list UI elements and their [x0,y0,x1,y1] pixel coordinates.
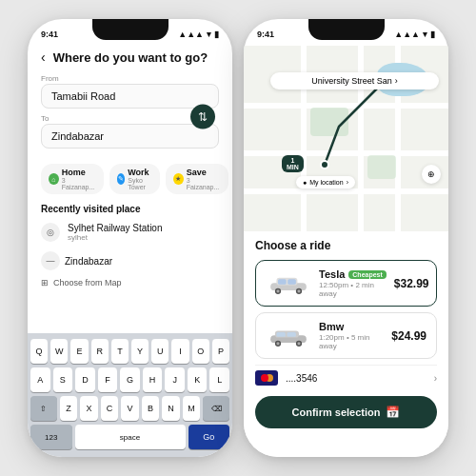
key-z[interactable]: Z [60,396,78,421]
recent-place-2-row[interactable]: — Zindabazar [28,248,232,274]
svg-point-7 [276,289,279,292]
confirm-selection-button[interactable]: Confirm selection 📅 [255,396,437,428]
location-chevron-icon: › [347,179,348,186]
home-sub: 3 Faizanap... [62,177,96,190]
nav-header-1: ‹ Where do you want to go? [28,46,232,69]
key-u[interactable]: U [151,339,169,364]
phone2-content: University Street San › 1MIN ● My locati… [244,46,448,457]
ride-tesla-price: $32.99 [394,277,429,290]
expand-button[interactable]: ⊕ [422,165,441,184]
status-time-1: 9:41 [41,30,58,39]
back-button-1[interactable]: ‹ [41,50,46,65]
recent-place-1[interactable]: ◎ Sylhet Railway Station sylhet [28,217,232,248]
key-d[interactable]: D [75,367,95,392]
key-a[interactable]: A [30,367,50,392]
home-name: Home [62,168,96,177]
key-n[interactable]: N [162,396,180,421]
key-h[interactable]: H [143,367,163,392]
wifi-icon-2: ▾ [423,30,427,39]
wifi-icon: ▾ [207,30,211,39]
calendar-icon: 📅 [386,406,400,419]
confirm-label: Confirm selection [292,407,381,418]
key-c[interactable]: C [101,396,119,421]
key-s[interactable]: S [53,367,73,392]
key-o[interactable]: O [192,339,209,364]
mastercard-icon [255,370,278,386]
phone-2: 9:41 ▲▲▲ ▾ ▮ [244,19,448,457]
swap-button[interactable]: ⇅ [190,105,215,129]
ride-panel-title: Choose a ride [255,239,437,252]
svg-rect-5 [288,279,296,285]
place-icon-1: ◎ [41,223,60,242]
quick-place-home[interactable]: ⌂ Home 3 Faizanap... [41,164,104,194]
ride-tesla-name: Tesla [319,268,345,280]
signal-icon-2: ▲▲▲ [394,30,420,39]
ride-bmw-price: $24.99 [391,329,426,343]
battery-icon: ▮ [214,30,219,39]
status-icons-1: ▲▲▲ ▾ ▮ [178,30,219,39]
key-m[interactable]: M [183,396,201,421]
key-e[interactable]: E [70,339,88,364]
svg-point-15 [276,342,279,345]
phone1-content: ‹ Where do you want to go? From Tamabii … [28,46,232,457]
key-f[interactable]: F [98,367,118,392]
card-number: ....3546 [286,373,434,384]
key-w[interactable]: W [50,339,68,364]
expand-icon: ⊕ [427,169,435,179]
key-q[interactable]: Q [30,339,48,364]
key-t[interactable]: T [111,339,129,364]
key-b[interactable]: B [142,396,160,421]
shift-key[interactable]: ⇧ [30,396,57,421]
phone-notch-2 [308,19,385,40]
home-icon: ⌂ [49,173,59,185]
svg-point-9 [297,289,300,292]
map-icon: ⊞ [41,278,49,288]
key-k[interactable]: K [188,367,208,392]
key-j[interactable]: J [165,367,185,392]
svg-rect-12 [276,332,285,337]
key-i[interactable]: I [171,339,188,364]
dest-arrow-icon: › [395,76,398,86]
map-area: University Street San › 1MIN ● My locati… [244,46,448,231]
destination-text: University Street San [311,76,392,86]
svg-rect-4 [278,279,287,285]
kb-row-4: 123 space Go [30,425,229,449]
choose-from-map[interactable]: ⊞ Choose from Map [28,274,232,291]
svg-point-17 [297,342,300,345]
location-label: My location [309,179,343,186]
place-sub-1: sylhet [68,233,163,242]
quick-place-work[interactable]: ✎ Work Syko Tower [109,164,160,194]
payment-row[interactable]: ....3546 › [255,365,437,390]
mc-left-circle [261,374,268,382]
key-x[interactable]: X [80,396,98,421]
ride-option-bmw[interactable]: Bmw 1:20pm • 5 min away $24.99 [255,312,437,359]
recent-section-title: Recently visited place [28,198,232,217]
car-tesla-icon [266,272,311,295]
key-p[interactable]: P [212,339,229,364]
status-time-2: 9:41 [257,30,274,39]
delete-key[interactable]: ⌫ [203,396,229,421]
go-key[interactable]: Go [188,425,230,449]
key-r[interactable]: R [91,339,109,364]
destination-pill[interactable]: University Street San › [270,72,439,89]
car-bmw-icon [266,325,311,347]
kb-row-1: Q W E R T Y U I O P [30,339,229,364]
ride-option-tesla[interactable]: Tesla Cheapest 12:50pm • 2 min away $32.… [255,260,437,307]
quick-places: ⌂ Home 3 Faizanap... ✎ Work Syko Tower ★ [28,160,232,198]
ride-bmw-info: Bmw 1:20pm • 5 min away [319,321,384,350]
location-dot-icon: ● [303,179,307,186]
key-v[interactable]: V [121,396,139,421]
keyboard: Q W E R T Y U I O P A S D F G H [28,333,232,457]
cheapest-badge: Cheapest [348,270,387,279]
space-key[interactable]: space [75,425,186,449]
quick-place-save[interactable]: ★ Save 3 Faizanap... [166,164,228,194]
key-g[interactable]: G [120,367,140,392]
work-icon: ✎ [117,173,126,185]
work-name: Work [128,168,152,177]
num-key[interactable]: 123 [30,425,72,449]
to-input[interactable]: Zindabazar [41,124,219,149]
key-y[interactable]: Y [131,339,149,364]
key-l[interactable]: L [209,367,229,392]
location-pill[interactable]: ● My location › [296,176,355,188]
from-input[interactable]: Tamabii Road [41,84,219,109]
